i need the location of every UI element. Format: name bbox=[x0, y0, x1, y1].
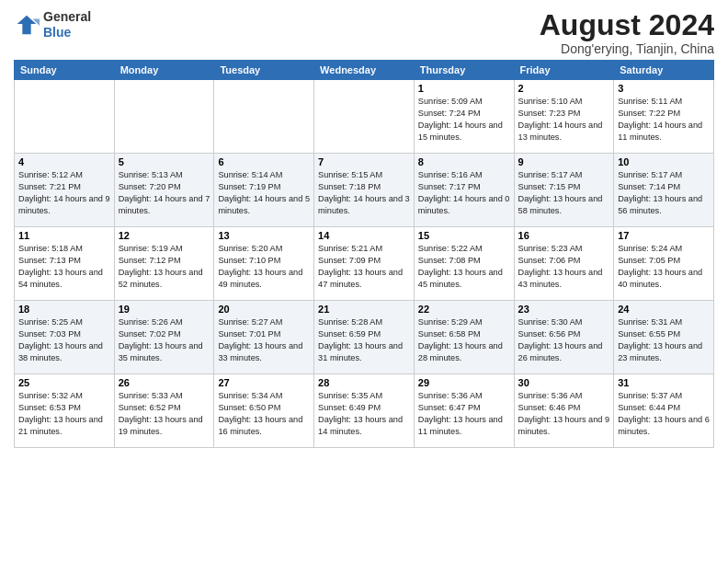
day-number: 4 bbox=[18, 156, 110, 167]
day-number: 24 bbox=[618, 304, 710, 315]
calendar-cell: 17Sunrise: 5:24 AM Sunset: 7:05 PM Dayli… bbox=[614, 227, 714, 301]
calendar-cell: 19Sunrise: 5:26 AM Sunset: 7:02 PM Dayli… bbox=[114, 301, 214, 374]
header-day-wednesday: Wednesday bbox=[314, 61, 415, 80]
day-number: 25 bbox=[18, 377, 110, 388]
logo-text: General Blue bbox=[43, 9, 91, 40]
calendar-cell: 24Sunrise: 5:31 AM Sunset: 6:55 PM Dayli… bbox=[614, 301, 714, 374]
day-number: 21 bbox=[318, 304, 410, 315]
day-info: Sunrise: 5:33 AM Sunset: 6:52 PM Dayligh… bbox=[119, 390, 210, 438]
day-number: 18 bbox=[18, 304, 110, 315]
calendar-cell: 11Sunrise: 5:18 AM Sunset: 7:13 PM Dayli… bbox=[15, 227, 115, 301]
calendar-header: SundayMondayTuesdayWednesdayThursdayFrid… bbox=[15, 61, 714, 80]
calendar-cell bbox=[15, 80, 115, 154]
header-day-monday: Monday bbox=[114, 61, 214, 80]
calendar-cell: 3Sunrise: 5:11 AM Sunset: 7:22 PM Daylig… bbox=[614, 80, 714, 154]
week-row-3: 18Sunrise: 5:25 AM Sunset: 7:03 PM Dayli… bbox=[15, 301, 714, 374]
logo-blue: Blue bbox=[43, 25, 91, 40]
header-day-sunday: Sunday bbox=[15, 61, 115, 80]
day-number: 1 bbox=[418, 83, 510, 94]
svg-marker-0 bbox=[17, 16, 37, 35]
day-info: Sunrise: 5:17 AM Sunset: 7:15 PM Dayligh… bbox=[518, 169, 610, 217]
day-number: 23 bbox=[518, 304, 610, 315]
calendar-cell: 28Sunrise: 5:35 AM Sunset: 6:49 PM Dayli… bbox=[314, 374, 415, 448]
day-info: Sunrise: 5:22 AM Sunset: 7:08 PM Dayligh… bbox=[418, 243, 510, 291]
day-info: Sunrise: 5:34 AM Sunset: 6:50 PM Dayligh… bbox=[218, 390, 310, 438]
calendar-cell: 23Sunrise: 5:30 AM Sunset: 6:56 PM Dayli… bbox=[514, 301, 614, 374]
day-number: 29 bbox=[418, 377, 510, 388]
day-info: Sunrise: 5:36 AM Sunset: 6:46 PM Dayligh… bbox=[518, 390, 610, 438]
calendar-cell: 15Sunrise: 5:22 AM Sunset: 7:08 PM Dayli… bbox=[414, 227, 514, 301]
day-info: Sunrise: 5:10 AM Sunset: 7:23 PM Dayligh… bbox=[518, 96, 610, 144]
day-info: Sunrise: 5:25 AM Sunset: 7:03 PM Dayligh… bbox=[18, 316, 110, 364]
header-day-tuesday: Tuesday bbox=[214, 61, 314, 80]
day-info: Sunrise: 5:14 AM Sunset: 7:19 PM Dayligh… bbox=[218, 169, 310, 217]
day-info: Sunrise: 5:20 AM Sunset: 7:10 PM Dayligh… bbox=[218, 243, 310, 291]
day-info: Sunrise: 5:35 AM Sunset: 6:49 PM Dayligh… bbox=[318, 390, 410, 438]
calendar-cell: 10Sunrise: 5:17 AM Sunset: 7:14 PM Dayli… bbox=[614, 154, 714, 227]
subtitle: Dong'erying, Tianjin, China bbox=[540, 41, 714, 56]
day-number: 14 bbox=[318, 230, 410, 241]
day-info: Sunrise: 5:18 AM Sunset: 7:13 PM Dayligh… bbox=[18, 243, 110, 291]
day-info: Sunrise: 5:29 AM Sunset: 6:58 PM Dayligh… bbox=[418, 316, 510, 364]
calendar-table: SundayMondayTuesdayWednesdayThursdayFrid… bbox=[14, 60, 714, 448]
day-number: 19 bbox=[119, 304, 210, 315]
calendar-cell: 26Sunrise: 5:33 AM Sunset: 6:52 PM Dayli… bbox=[114, 374, 214, 448]
calendar-cell: 12Sunrise: 5:19 AM Sunset: 7:12 PM Dayli… bbox=[114, 227, 214, 301]
calendar-cell: 16Sunrise: 5:23 AM Sunset: 7:06 PM Dayli… bbox=[514, 227, 614, 301]
calendar-cell bbox=[314, 80, 415, 154]
day-number: 2 bbox=[518, 83, 610, 94]
day-number: 11 bbox=[18, 230, 110, 241]
day-number: 9 bbox=[518, 156, 610, 167]
header: General Blue August 2024 Dong'erying, Ti… bbox=[14, 9, 714, 56]
day-info: Sunrise: 5:13 AM Sunset: 7:20 PM Dayligh… bbox=[119, 169, 210, 217]
day-info: Sunrise: 5:23 AM Sunset: 7:06 PM Dayligh… bbox=[518, 243, 610, 291]
calendar-cell: 21Sunrise: 5:28 AM Sunset: 6:59 PM Dayli… bbox=[314, 301, 415, 374]
calendar-cell: 22Sunrise: 5:29 AM Sunset: 6:58 PM Dayli… bbox=[414, 301, 514, 374]
logo-general: General bbox=[43, 9, 91, 25]
day-number: 8 bbox=[418, 156, 510, 167]
day-info: Sunrise: 5:19 AM Sunset: 7:12 PM Dayligh… bbox=[119, 243, 210, 291]
day-number: 15 bbox=[418, 230, 510, 241]
day-info: Sunrise: 5:15 AM Sunset: 7:18 PM Dayligh… bbox=[318, 169, 410, 217]
day-number: 13 bbox=[218, 230, 310, 241]
header-day-saturday: Saturday bbox=[614, 61, 714, 80]
week-row-1: 4Sunrise: 5:12 AM Sunset: 7:21 PM Daylig… bbox=[15, 154, 714, 227]
week-row-2: 11Sunrise: 5:18 AM Sunset: 7:13 PM Dayli… bbox=[15, 227, 714, 301]
day-info: Sunrise: 5:16 AM Sunset: 7:17 PM Dayligh… bbox=[418, 169, 510, 217]
calendar-cell: 14Sunrise: 5:21 AM Sunset: 7:09 PM Dayli… bbox=[314, 227, 415, 301]
day-info: Sunrise: 5:27 AM Sunset: 7:01 PM Dayligh… bbox=[218, 316, 310, 364]
calendar-cell: 6Sunrise: 5:14 AM Sunset: 7:19 PM Daylig… bbox=[214, 154, 314, 227]
calendar-cell bbox=[114, 80, 214, 154]
calendar-cell: 29Sunrise: 5:36 AM Sunset: 6:47 PM Dayli… bbox=[414, 374, 514, 448]
calendar-cell: 20Sunrise: 5:27 AM Sunset: 7:01 PM Dayli… bbox=[214, 301, 314, 374]
day-number: 6 bbox=[218, 156, 310, 167]
calendar-cell: 7Sunrise: 5:15 AM Sunset: 7:18 PM Daylig… bbox=[314, 154, 415, 227]
day-number: 30 bbox=[518, 377, 610, 388]
calendar-cell: 18Sunrise: 5:25 AM Sunset: 7:03 PM Dayli… bbox=[15, 301, 115, 374]
calendar-cell: 13Sunrise: 5:20 AM Sunset: 7:10 PM Dayli… bbox=[214, 227, 314, 301]
day-info: Sunrise: 5:09 AM Sunset: 7:24 PM Dayligh… bbox=[418, 96, 510, 144]
header-day-thursday: Thursday bbox=[414, 61, 514, 80]
day-number: 3 bbox=[618, 83, 710, 94]
main-title: August 2024 bbox=[540, 9, 714, 41]
day-number: 22 bbox=[418, 304, 510, 315]
calendar-cell: 31Sunrise: 5:37 AM Sunset: 6:44 PM Dayli… bbox=[614, 374, 714, 448]
day-info: Sunrise: 5:26 AM Sunset: 7:02 PM Dayligh… bbox=[119, 316, 210, 364]
day-info: Sunrise: 5:30 AM Sunset: 6:56 PM Dayligh… bbox=[518, 316, 610, 364]
day-number: 26 bbox=[119, 377, 210, 388]
day-info: Sunrise: 5:31 AM Sunset: 6:55 PM Dayligh… bbox=[618, 316, 710, 364]
calendar-cell: 27Sunrise: 5:34 AM Sunset: 6:50 PM Dayli… bbox=[214, 374, 314, 448]
day-info: Sunrise: 5:12 AM Sunset: 7:21 PM Dayligh… bbox=[18, 169, 110, 217]
day-info: Sunrise: 5:36 AM Sunset: 6:47 PM Dayligh… bbox=[418, 390, 510, 438]
calendar-cell: 4Sunrise: 5:12 AM Sunset: 7:21 PM Daylig… bbox=[15, 154, 115, 227]
main-container: General Blue August 2024 Dong'erying, Ti… bbox=[0, 0, 728, 455]
calendar-cell: 5Sunrise: 5:13 AM Sunset: 7:20 PM Daylig… bbox=[114, 154, 214, 227]
week-row-4: 25Sunrise: 5:32 AM Sunset: 6:53 PM Dayli… bbox=[15, 374, 714, 448]
calendar-cell bbox=[214, 80, 314, 154]
day-info: Sunrise: 5:24 AM Sunset: 7:05 PM Dayligh… bbox=[618, 243, 710, 291]
calendar-cell: 8Sunrise: 5:16 AM Sunset: 7:17 PM Daylig… bbox=[414, 154, 514, 227]
day-number: 31 bbox=[618, 377, 710, 388]
header-day-friday: Friday bbox=[514, 61, 614, 80]
week-row-0: 1Sunrise: 5:09 AM Sunset: 7:24 PM Daylig… bbox=[15, 80, 714, 154]
logo: General Blue bbox=[14, 9, 91, 40]
